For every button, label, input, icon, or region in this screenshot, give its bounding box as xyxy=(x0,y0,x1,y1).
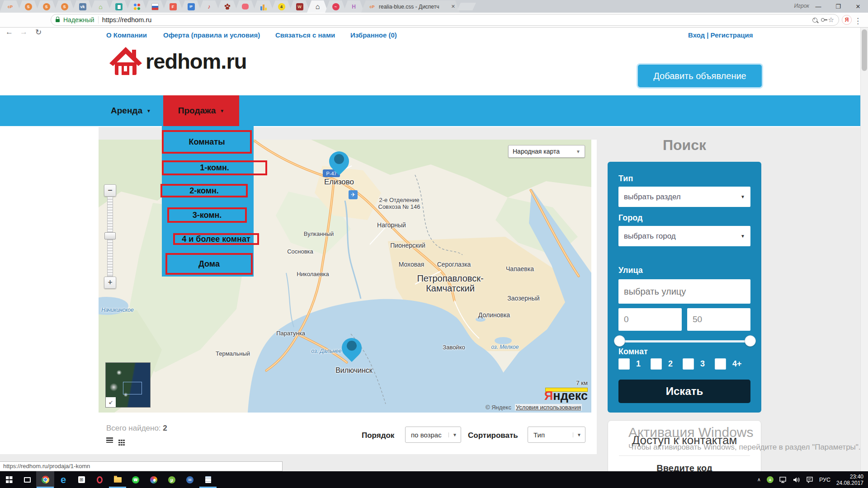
russia-flag-tab[interactable] xyxy=(144,0,165,13)
redhom-active-tab[interactable]: ⌂ xyxy=(307,0,328,13)
music-note-tab[interactable]: ♪ xyxy=(198,0,220,13)
yandex-logo[interactable]: Яндекс xyxy=(537,389,588,403)
street-label: Улица xyxy=(618,266,643,275)
cpanel-tab[interactable]: cP xyxy=(0,0,21,13)
google-dots-tab[interactable] xyxy=(126,0,147,13)
language-indicator[interactable]: РУС xyxy=(819,477,830,483)
add-listing-button[interactable]: Добавить объявление xyxy=(638,65,762,87)
topnav-link-1[interactable]: Оферта (правила и условия) xyxy=(163,28,260,43)
room-checkbox-4+[interactable] xyxy=(715,358,726,370)
paint-icon[interactable] xyxy=(145,471,163,488)
taskbar-clock[interactable]: 23:40 24.08.2017 xyxy=(836,474,863,486)
new-tab-button[interactable] xyxy=(457,3,476,10)
room-checkbox-3[interactable] xyxy=(683,358,694,370)
tray-chevron-icon[interactable]: ∧ xyxy=(757,477,761,483)
red-circle-tab[interactable]: ~ xyxy=(325,0,346,13)
chart-bars-tab[interactable] xyxy=(253,0,274,13)
action-center-tray-icon[interactable] xyxy=(806,477,813,483)
auth-links[interactable]: Вход | Регистрация xyxy=(688,28,753,43)
sort-select[interactable]: Тип▼ xyxy=(528,427,585,443)
antivirus-tray-icon[interactable]: + xyxy=(767,476,774,483)
notepad-icon[interactable] xyxy=(199,471,217,488)
key-icon[interactable] xyxy=(821,18,825,22)
grid-view-icon[interactable] xyxy=(118,440,120,441)
close-button[interactable]: ✕ xyxy=(848,0,868,13)
room-checkbox-1[interactable] xyxy=(618,358,630,370)
list-view-icon[interactable] xyxy=(106,437,113,443)
menu-item-prodazha[interactable]: Продажа▼ xyxy=(163,95,239,126)
url-text[interactable]: https://redhom.ru xyxy=(102,16,809,23)
zoom-out-button[interactable]: − xyxy=(104,184,116,197)
site-logo[interactable]: redhom.ru xyxy=(108,46,246,76)
green-house-tab[interactable]: ⌂ xyxy=(90,0,111,13)
thunderbird-icon[interactable]: ✉ xyxy=(181,471,199,488)
edge-icon[interactable]: e xyxy=(54,471,72,488)
explorer-icon[interactable] xyxy=(108,471,127,488)
paw-tab[interactable] xyxy=(217,0,238,13)
menu-item-arenda[interactable]: Аренда▼ xyxy=(111,95,151,126)
profile-avatar[interactable]: Я xyxy=(842,15,852,25)
store-icon[interactable]: ⊞ xyxy=(72,471,90,488)
min-input[interactable] xyxy=(618,308,682,331)
named-tab[interactable]: cPrealia-blue.css - Диспетч✕ xyxy=(361,0,460,13)
minimap-collapse-button[interactable]: ↙ xyxy=(106,397,116,407)
f-red-tab[interactable]: F xyxy=(162,0,184,13)
ip-blue-tab[interactable]: IP xyxy=(180,0,202,13)
minimize-button[interactable]: — xyxy=(808,0,828,13)
w-darkred-tab[interactable]: W xyxy=(289,0,310,13)
restore-button[interactable]: ❐ xyxy=(828,0,848,13)
reload-button[interactable]: ↻ xyxy=(35,28,42,37)
zoom-icon[interactable] xyxy=(812,18,817,23)
search-submit-button[interactable]: Искать xyxy=(618,380,750,403)
max-input[interactable] xyxy=(687,308,750,331)
dropdown-item-1[interactable]: 1-комн. xyxy=(162,160,267,175)
range-slider-handle-right[interactable] xyxy=(745,335,756,347)
minimap[interactable]: ↙ xyxy=(105,362,151,408)
topnav-link-2[interactable]: Связаться с нами xyxy=(275,28,335,43)
browser-menu-icon[interactable]: ⋮ xyxy=(854,16,862,26)
street-input[interactable] xyxy=(618,279,750,304)
minimap-viewport[interactable] xyxy=(123,382,142,394)
topnav-link-0[interactable]: О Компании xyxy=(106,28,147,43)
tab-strip[interactable]: cPSSSvk⌂FIP♪4W⌂~HcPrealia-blue.css - Дис… xyxy=(3,0,474,13)
s-orange-tab-1[interactable]: S xyxy=(18,0,39,13)
tab-close-icon[interactable]: ✕ xyxy=(451,4,455,9)
type-select[interactable]: выбрать раздел▼ xyxy=(618,187,750,207)
city-select[interactable]: выбрать город▼ xyxy=(618,226,750,246)
docs-teal-tab[interactable] xyxy=(108,0,129,13)
dropdown-item-4[interactable]: 4 и более комнат xyxy=(173,233,259,245)
h-colorful-tab[interactable]: H xyxy=(343,0,364,13)
zoom-in-button[interactable]: + xyxy=(104,277,116,289)
whatsapp-icon[interactable]: ☎ xyxy=(127,471,145,488)
dropdown-item-2[interactable]: 2-комн. xyxy=(160,184,248,197)
start-button[interactable] xyxy=(0,471,18,488)
s-orange-tab-3[interactable]: S xyxy=(54,0,75,13)
dropdown-item-5[interactable]: Дома xyxy=(165,253,253,275)
vk-tab[interactable]: vk xyxy=(72,0,93,13)
opera-icon[interactable] xyxy=(90,471,108,488)
network-tray-icon[interactable] xyxy=(779,477,787,483)
order-select[interactable]: по возрас▼ xyxy=(405,427,461,443)
range-slider-handle-left[interactable] xyxy=(614,335,625,347)
page-scrollbar[interactable] xyxy=(860,28,868,471)
task-view-button[interactable] xyxy=(18,471,36,488)
red-pill-tab[interactable] xyxy=(235,0,256,13)
address-bar[interactable]: Надежный https://redhom.ru ☆ xyxy=(51,14,839,26)
volume-tray-icon[interactable] xyxy=(793,477,800,483)
map-terms-link[interactable]: Условия использования xyxy=(515,404,582,411)
s-orange-tab-2[interactable]: S xyxy=(36,0,57,13)
room-checkbox-2[interactable] xyxy=(651,358,662,370)
zoom-slider-handle[interactable] xyxy=(104,232,116,239)
four-yellow-tab[interactable]: 4 xyxy=(271,0,292,13)
chrome-icon[interactable] xyxy=(36,471,54,488)
scrollbar-thumb[interactable] xyxy=(862,29,867,71)
back-button[interactable]: ← xyxy=(5,28,13,37)
map-layer-button[interactable]: Народная карта▼ xyxy=(508,145,585,158)
utorrent-icon[interactable]: µ xyxy=(163,471,181,488)
forward-button[interactable]: → xyxy=(20,28,28,37)
dropdown-item-3[interactable]: 3-комн. xyxy=(167,207,247,223)
bookmark-star-icon[interactable]: ☆ xyxy=(828,16,834,24)
dropdown-item-0[interactable]: Комнаты xyxy=(162,130,252,154)
range-slider-track[interactable] xyxy=(618,340,750,343)
topnav-link-3[interactable]: Избранное (0) xyxy=(350,28,397,43)
